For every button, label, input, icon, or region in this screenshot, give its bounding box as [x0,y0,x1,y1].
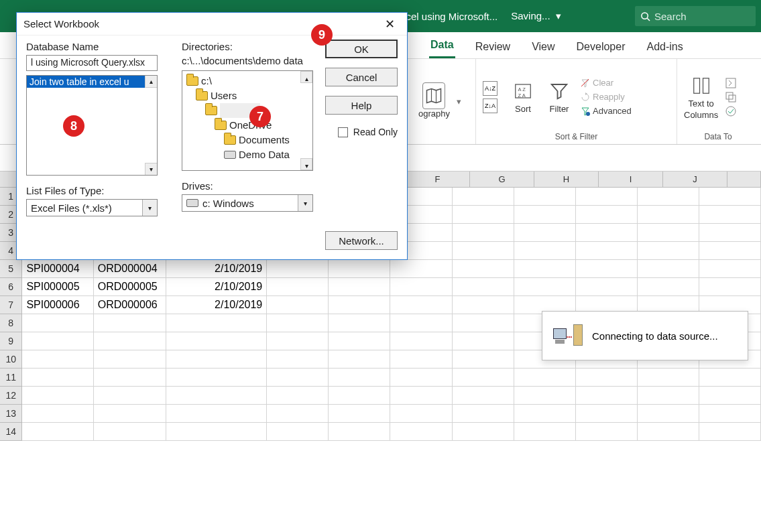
cell[interactable] [267,278,329,296]
cell[interactable] [638,387,699,405]
cell[interactable] [390,278,452,296]
cell[interactable] [390,350,452,369]
cell[interactable] [576,188,638,206]
checkbox-icon[interactable] [338,127,348,137]
cell[interactable] [390,387,452,405]
geography-button[interactable]: ography [418,84,450,119]
cell[interactable] [699,206,761,224]
row-header[interactable]: 9 [0,332,22,350]
cell[interactable] [94,387,166,405]
cell[interactable] [638,405,699,423]
cell[interactable] [390,296,452,314]
cell[interactable] [267,405,329,423]
reapply-button[interactable]: Reapply [581,90,632,103]
cell[interactable]: ORD000005 [94,278,166,296]
col-header-I[interactable]: I [599,172,663,187]
dir-onedrive[interactable]: OneDrive [186,118,308,133]
cell[interactable] [514,387,576,405]
cell[interactable] [638,224,699,242]
cell[interactable] [576,242,638,260]
cell[interactable]: 2/10/2019 [166,260,267,278]
cell[interactable] [576,206,638,224]
cell[interactable] [94,423,166,441]
cell[interactable] [514,405,576,423]
cell[interactable]: SPI000006 [22,296,93,314]
file-list-selected[interactable]: Join two table in excel u [27,76,157,88]
cell[interactable] [22,332,93,350]
cell[interactable] [699,224,761,242]
cell[interactable] [94,350,166,369]
cell[interactable] [699,278,761,296]
cell[interactable] [329,369,390,387]
cell[interactable] [453,369,514,387]
list-files-type-combo[interactable]: Excel Files (*.xls*) ▾ [26,199,158,216]
cell[interactable] [166,423,267,441]
cell[interactable] [94,332,166,350]
tab-review[interactable]: Review [474,36,512,58]
col-header-F[interactable]: F [406,172,470,187]
cell[interactable] [638,278,699,296]
close-button[interactable]: ✕ [379,17,400,31]
chevron-down-icon[interactable]: ▾ [556,10,561,21]
cell[interactable] [166,332,267,350]
cell[interactable]: SPI000005 [22,278,93,296]
sort-asc-button[interactable]: A↓Z [483,81,497,96]
drives-combo[interactable]: c: Windows ▾ [182,194,313,212]
ok-button[interactable]: OK [325,40,398,58]
row-header[interactable]: 5 [0,260,22,278]
row-header[interactable]: 11 [0,369,22,387]
cell[interactable] [390,260,452,278]
cell[interactable] [638,260,699,278]
chevron-down-icon[interactable]: ▾ [298,195,312,211]
cell[interactable] [267,332,329,350]
cell[interactable]: ORD000006 [94,296,166,314]
col-header-H[interactable]: H [534,172,599,187]
network-button[interactable]: Network... [325,231,398,250]
cell[interactable] [576,387,638,405]
cell[interactable] [453,206,514,224]
cell[interactable] [514,278,576,296]
col-header-G[interactable]: G [470,172,534,187]
cell[interactable]: SPI000004 [22,260,93,278]
cell[interactable] [94,369,166,387]
remove-dup-icon[interactable] [725,91,737,103]
cell[interactable] [514,369,576,387]
col-header-J[interactable]: J [663,172,727,187]
cell[interactable] [453,296,514,314]
cell[interactable] [453,387,514,405]
cell[interactable] [453,224,514,242]
cell[interactable] [453,332,514,350]
cell[interactable] [453,242,514,260]
scroll-up-icon[interactable]: ▴ [300,71,312,83]
database-name-input[interactable]: l using Microsoft Query.xlsx [26,55,158,71]
cell[interactable] [329,296,390,314]
cell[interactable] [22,405,93,423]
cell[interactable] [166,387,267,405]
cell[interactable] [699,423,761,441]
cell[interactable] [699,369,761,387]
chevron-down-icon[interactable]: ▾ [142,200,157,216]
cell[interactable] [22,314,93,332]
cell[interactable] [453,260,514,278]
cell[interactable] [390,369,452,387]
cell[interactable] [638,188,699,206]
cell[interactable] [267,314,329,332]
cell[interactable] [390,405,452,423]
cell[interactable] [638,423,699,441]
cell[interactable] [699,188,761,206]
tab-view[interactable]: View [530,36,556,58]
cell[interactable] [267,387,329,405]
row-header[interactable]: 14 [0,423,22,441]
cell[interactable] [514,260,576,278]
cell[interactable] [166,369,267,387]
row-header[interactable]: 8 [0,314,22,332]
cell[interactable] [453,423,514,441]
cell[interactable] [699,260,761,278]
cell[interactable] [514,423,576,441]
cell[interactable] [329,260,390,278]
help-button[interactable]: Help [325,96,398,115]
cell[interactable] [267,260,329,278]
cell[interactable] [267,369,329,387]
sort-desc-button[interactable]: Z↓A [483,98,497,113]
data-val-icon[interactable] [725,105,737,117]
